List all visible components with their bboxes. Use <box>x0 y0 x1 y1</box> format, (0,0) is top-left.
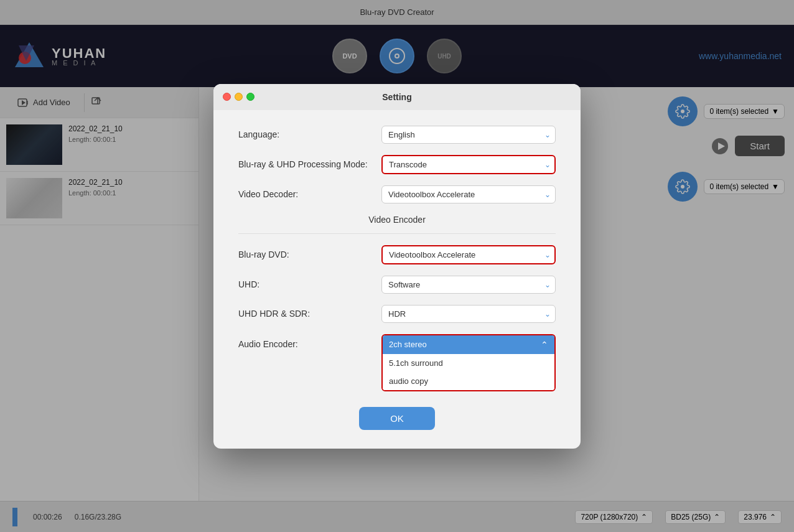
language-label: Language: <box>238 129 381 139</box>
audio-encoder-option-copy[interactable]: audio copy <box>383 372 554 390</box>
ok-btn-container: OK <box>238 407 556 430</box>
language-select-wrapper: English <box>381 126 556 144</box>
bluray-dvd-label: Blu-ray DVD: <box>238 250 381 259</box>
close-button[interactable] <box>223 93 231 101</box>
bluray-dvd-select-wrapper: Videotoolbox Accelerate Software <box>381 245 556 264</box>
ok-button[interactable]: OK <box>359 407 435 430</box>
uhd-select[interactable]: Software Videotoolbox Accelerate <box>381 276 556 294</box>
audio-encoder-label: Audio Encoder: <box>238 334 381 349</box>
bluray-uhd-mode-control: Transcode Remux <box>381 155 556 174</box>
bluray-uhd-mode-select[interactable]: Transcode Remux <box>381 155 556 174</box>
language-control: English <box>381 126 556 144</box>
audio-encoder-surround-text: 5.1ch surround <box>389 358 443 368</box>
audio-encoder-option-surround[interactable]: 5.1ch surround <box>383 354 554 372</box>
bluray-dvd-row: Blu-ray DVD: Videotoolbox Accelerate Sof… <box>238 245 556 264</box>
audio-encoder-copy-text: audio copy <box>389 376 428 386</box>
video-decoder-row: Video Decoder: Videotoolbox Accelerate S… <box>238 185 556 203</box>
bluray-uhd-mode-row: Blu-ray & UHD Processing Mode: Transcode… <box>238 155 556 174</box>
dialog-title: Setting <box>382 92 411 102</box>
uhd-hdr-sdr-select[interactable]: HDR SDR <box>381 305 556 323</box>
audio-encoder-row: Audio Encoder: 2ch stereo ⌃ 5.1ch surrou… <box>238 334 556 391</box>
audio-encoder-control: 2ch stereo ⌃ 5.1ch surround audio copy <box>381 334 556 391</box>
separator <box>238 233 556 234</box>
uhd-hdr-sdr-label: UHD HDR & SDR: <box>238 309 381 319</box>
uhd-row: UHD: Software Videotoolbox Accelerate <box>238 276 556 294</box>
video-decoder-select[interactable]: Videotoolbox Accelerate Software <box>381 185 556 203</box>
uhd-control: Software Videotoolbox Accelerate <box>381 276 556 294</box>
uhd-hdr-sdr-select-wrapper: HDR SDR <box>381 305 556 323</box>
traffic-lights <box>223 93 255 101</box>
language-row: Language: English <box>238 126 556 144</box>
audio-encoder-dropdown-open: 2ch stereo ⌃ 5.1ch surround audio copy <box>381 334 556 391</box>
video-encoder-title: Video Encoder <box>238 215 556 225</box>
uhd-hdr-sdr-row: UHD HDR & SDR: HDR SDR <box>238 305 556 323</box>
audio-encoder-chevron: ⌃ <box>541 340 548 350</box>
minimize-button[interactable] <box>235 93 243 101</box>
app-background: Blu-ray DVD Creator YUHAN M E D I A DVD <box>0 0 794 532</box>
bluray-dvd-select[interactable]: Videotoolbox Accelerate Software <box>381 245 556 264</box>
video-decoder-select-wrapper: Videotoolbox Accelerate Software <box>381 185 556 203</box>
language-select[interactable]: English <box>381 126 556 144</box>
bluray-dvd-control: Videotoolbox Accelerate Software <box>381 245 556 264</box>
uhd-hdr-sdr-control: HDR SDR <box>381 305 556 323</box>
uhd-label: UHD: <box>238 279 381 289</box>
audio-encoder-selected-text: 2ch stereo <box>389 340 427 349</box>
video-decoder-control: Videotoolbox Accelerate Software <box>381 185 556 203</box>
setting-dialog: Setting Language: English <box>213 84 581 449</box>
modal-overlay: Setting Language: English <box>0 0 794 532</box>
video-decoder-label: Video Decoder: <box>238 189 381 199</box>
maximize-button[interactable] <box>246 93 255 101</box>
bluray-uhd-mode-label: Blu-ray & UHD Processing Mode: <box>238 159 381 169</box>
dialog-titlebar: Setting <box>213 84 581 110</box>
bluray-uhd-mode-select-wrapper: Transcode Remux <box>381 155 556 174</box>
dialog-content: Language: English Blu-ray & UHD Processi… <box>213 110 581 449</box>
uhd-select-wrapper: Software Videotoolbox Accelerate <box>381 276 556 294</box>
audio-encoder-selected-option[interactable]: 2ch stereo ⌃ <box>383 335 554 354</box>
